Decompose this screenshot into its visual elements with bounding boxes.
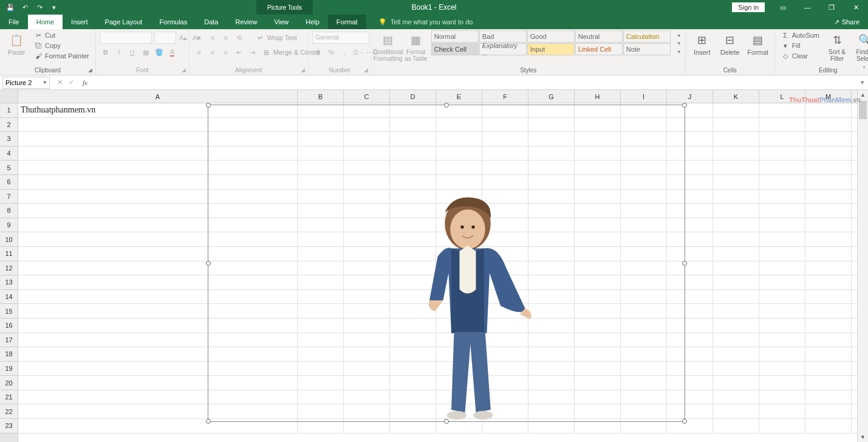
formula-input[interactable] (87, 77, 857, 89)
cell-L5[interactable] (759, 161, 805, 174)
cell-L4[interactable] (759, 147, 805, 161)
column-header-A[interactable]: A (18, 90, 298, 103)
styles-scroll-up-icon[interactable]: ▲ (673, 30, 685, 39)
share-button[interactable]: ↗ Share (825, 15, 868, 29)
cell-K13[interactable] (713, 275, 759, 289)
cell-M16[interactable] (805, 319, 852, 333)
style-explanatory-[interactable]: Explanatory ... (479, 43, 527, 55)
resize-handle-tl[interactable] (206, 103, 211, 108)
cell-M18[interactable] (805, 347, 852, 361)
cell-M15[interactable] (805, 304, 852, 318)
sign-in-button[interactable]: Sign in (732, 2, 765, 12)
qat-customize-icon[interactable]: ▾ (47, 1, 61, 14)
cell-M12[interactable] (805, 261, 852, 275)
cell-M23[interactable] (805, 419, 852, 433)
resize-handle-mr[interactable] (682, 261, 687, 266)
style-neutral[interactable]: Neutral (575, 30, 623, 43)
column-header-B[interactable]: B (298, 90, 344, 103)
cell-M10[interactable] (805, 232, 852, 246)
find-select-button[interactable]: 🔍Find & Select (852, 30, 868, 62)
orientation-icon[interactable]: ⟲ (233, 32, 245, 44)
format-as-table-button[interactable]: ▦ Format as Table (403, 30, 429, 62)
cell-M9[interactable] (805, 218, 852, 232)
cell-L13[interactable] (759, 275, 805, 289)
italic-button[interactable]: I (113, 46, 125, 58)
cell-M22[interactable] (805, 404, 852, 418)
style-calculation[interactable]: Calculation (623, 30, 671, 43)
row-header-2[interactable]: 2 (0, 118, 18, 133)
scroll-down-icon[interactable]: ▼ (858, 432, 868, 442)
cell-M19[interactable] (805, 362, 852, 376)
cell-K5[interactable] (713, 161, 759, 174)
cell-L16[interactable] (759, 319, 805, 333)
row-header-20[interactable]: 20 (0, 376, 18, 390)
column-header-G[interactable]: G (528, 90, 575, 103)
style-bad[interactable]: Bad (479, 30, 527, 43)
column-header-D[interactable]: D (390, 90, 436, 103)
cell-K15[interactable] (713, 304, 759, 318)
underline-button[interactable]: U (126, 46, 138, 58)
cell-K14[interactable] (713, 290, 759, 304)
row-header-8[interactable]: 8 (0, 204, 18, 218)
align-bottom-icon[interactable]: ≡ (220, 32, 232, 44)
cell-K2[interactable] (713, 118, 759, 132)
cell-L9[interactable] (759, 218, 805, 232)
cell-M8[interactable] (805, 204, 852, 218)
cell-K9[interactable] (713, 218, 759, 232)
insert-cells-button[interactable]: ⊞Insert (689, 30, 715, 56)
cell-K19[interactable] (713, 362, 759, 376)
style-normal[interactable]: Normal (431, 30, 479, 43)
cell-M7[interactable] (805, 190, 852, 204)
cell-M17[interactable] (805, 333, 852, 347)
close-icon[interactable]: ✕ (844, 0, 868, 15)
column-header-H[interactable]: H (575, 90, 621, 103)
paste-button[interactable]: 📋 Paste (4, 30, 29, 56)
cell-L8[interactable] (759, 204, 805, 218)
row-header-6[interactable]: 6 (0, 175, 18, 190)
cell-K18[interactable] (713, 347, 759, 361)
resize-handle-tm[interactable] (444, 103, 449, 108)
align-left-icon[interactable]: ≡ (193, 46, 205, 58)
cell-M4[interactable] (805, 147, 852, 161)
font-name-combo[interactable] (100, 32, 152, 44)
resize-handle-bl[interactable] (206, 419, 211, 424)
row-header-15[interactable]: 15 (0, 304, 18, 319)
percent-format-icon[interactable]: % (326, 46, 338, 58)
selected-picture[interactable] (208, 105, 685, 422)
cell-M6[interactable] (805, 175, 852, 189)
tell-me-search[interactable]: 💡 Tell me what you want to do (378, 15, 473, 29)
column-header-I[interactable]: I (621, 90, 667, 103)
style-good[interactable]: Good (527, 30, 575, 43)
align-center-icon[interactable]: ≡ (207, 46, 219, 58)
cell-M3[interactable] (805, 132, 852, 146)
tab-formulas[interactable]: Formulas (151, 15, 196, 29)
align-right-icon[interactable]: ≡ (220, 46, 232, 58)
cell-M11[interactable] (805, 247, 852, 261)
decrease-indent-icon[interactable]: ⇤ (233, 46, 245, 58)
cell-K7[interactable] (713, 190, 759, 204)
cell-L14[interactable] (759, 290, 805, 304)
cell-K21[interactable] (713, 390, 759, 404)
comma-format-icon[interactable]: , (339, 46, 351, 58)
tab-home[interactable]: Home (28, 15, 63, 29)
name-box[interactable]: Picture 2 ▾ (2, 77, 50, 89)
style-check-cell[interactable]: Check Cell (431, 43, 479, 55)
cell-K8[interactable] (713, 204, 759, 218)
row-header-5[interactable]: 5 (0, 161, 18, 175)
name-box-dropdown-icon[interactable]: ▾ (43, 78, 47, 86)
resize-handle-ml[interactable] (206, 261, 211, 266)
number-format-combo[interactable]: General (312, 32, 369, 44)
clear-button[interactable]: ◇Clear (779, 51, 822, 61)
row-header-23[interactable]: 23 (0, 419, 18, 433)
sort-filter-button[interactable]: ⇅Sort & Filter (824, 30, 850, 62)
cell-L12[interactable] (759, 261, 805, 275)
increase-indent-icon[interactable]: ⇥ (247, 46, 259, 58)
cell-L6[interactable] (759, 175, 805, 189)
style-linked-cell[interactable]: Linked Cell (575, 43, 623, 55)
tab-data[interactable]: Data (196, 15, 227, 29)
row-header-22[interactable]: 22 (0, 404, 18, 419)
tab-format[interactable]: Format (328, 15, 366, 29)
collapse-ribbon-icon[interactable]: ˄ (863, 66, 866, 72)
cell-L7[interactable] (759, 190, 805, 204)
cell-M21[interactable] (805, 390, 852, 404)
